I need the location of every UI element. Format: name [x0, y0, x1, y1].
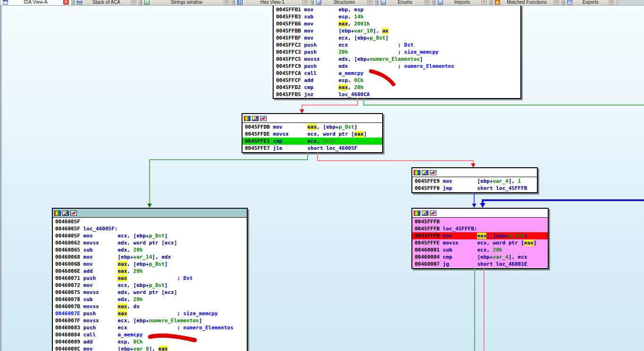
node-group-icon[interactable] — [430, 211, 436, 216]
node-color-palette-icon[interactable] — [54, 211, 61, 216]
tab-enums[interactable]: Enums× — [378, 0, 433, 5]
node-0046005F[interactable]: 0046005F0046005F loc_46005F:0046005F mov… — [52, 208, 248, 351]
tab-strings-window[interactable]: Strings window× — [142, 0, 232, 5]
tab-separator — [312, 0, 312, 5]
close-icon[interactable]: × — [302, 0, 308, 5]
tab-label: Strings window — [151, 0, 222, 5]
node-color-palette-icon[interactable] — [414, 211, 420, 216]
node-edit-icon[interactable] — [252, 116, 259, 121]
asm-line[interactable]: 00460089 add esp, 0Ch — [55, 338, 247, 345]
exports-icon — [567, 0, 572, 5]
asm-line[interactable]: 00460062 movsx edx, word ptr [ecx] — [55, 239, 247, 246]
ida-pro-window: IDA View-A×Stack of ACA×Strings window×H… — [0, 0, 644, 351]
node-0045FFB1[interactable]: 0045FFB1 mov ebp, esp0045FFB3 sub esp, 1… — [273, 5, 521, 99]
node-group-icon[interactable] — [430, 170, 436, 175]
asm-line[interactable]: 0045FFC2 push ecx ; Dst — [276, 41, 520, 49]
node-edit-icon[interactable] — [62, 211, 69, 216]
asm-line[interactable]: 00460004 cmp [ebp+var_4], ecx — [415, 253, 548, 261]
close-icon[interactable]: × — [63, 0, 69, 5]
asm-line[interactable]: 00460007 jg short loc_46001E — [415, 261, 548, 268]
tab-structures[interactable]: Structures× — [313, 0, 376, 5]
tab-label: Enums — [388, 0, 422, 5]
close-icon[interactable]: × — [609, 0, 614, 5]
view-tab-bar: IDA View-A×Stack of ACA×Strings window×H… — [0, 0, 644, 6]
asm-line[interactable]: 0045FFFB loc_45FFFB: — [415, 225, 548, 232]
matched-functions-icon — [495, 0, 500, 5]
asm-line[interactable]: 0046007E push eax ; size_memcpy — [55, 310, 247, 317]
asm-line[interactable]: 0045FFF0 jmp short loc_45FFFB — [415, 185, 537, 192]
asm-line[interactable]: 0046007B movsx eax, dx — [55, 303, 247, 310]
node-color-palette-icon[interactable] — [414, 170, 420, 175]
close-icon[interactable]: × — [481, 0, 487, 5]
node-disassembly: 0045FFE9 mov [ebp+var_4], 10045FFF0 jmp … — [412, 177, 537, 192]
asm-line[interactable]: 00460083 push ecx ; numero_Elementos — [55, 324, 247, 331]
asm-line[interactable]: 0046005F — [55, 218, 247, 225]
node-0045FFE9[interactable]: 0045FFE9 mov [ebp+var_4], 10045FFF0 jmp … — [411, 167, 538, 193]
node-group-icon[interactable] — [70, 211, 77, 216]
tab-exports[interactable]: Exports× — [564, 0, 617, 5]
asm-line[interactable]: 0045FFBB mov [ebp+var_10], ax — [276, 27, 520, 34]
close-icon[interactable]: × — [424, 0, 430, 5]
tab-separator — [233, 0, 234, 5]
node-color-palette-icon[interactable] — [244, 116, 251, 121]
asm-line[interactable]: 00460071 push eax ; Dst — [55, 275, 247, 282]
tab-ida-view-a[interactable]: IDA View-A× — [0, 0, 72, 5]
edge-jle-fallthrough — [318, 153, 473, 164]
asm-line[interactable]: 00460065 sub edx, 20h — [55, 246, 247, 253]
close-icon[interactable]: × — [367, 0, 373, 5]
tab-separator — [73, 0, 73, 5]
tab-separator — [376, 0, 377, 5]
asm-line[interactable]: 0045FFC9 push edx ; numero_Elementos — [276, 63, 520, 70]
node-edit-icon[interactable] — [422, 211, 428, 216]
tab-label: Matched Functions — [502, 0, 552, 5]
asm-line[interactable]: 0045FFE7 jle short loc_46005F — [245, 145, 382, 152]
node-0045FFDB[interactable]: 0045FFDB mov eax, [ebp+p_Dst]0045FFDE mo… — [242, 113, 383, 153]
close-icon[interactable]: × — [224, 0, 229, 5]
asm-line[interactable]: 0045FFB3 sub esp, 14h — [276, 13, 520, 20]
asm-line[interactable]: 0045FFDE movsx ecx, word ptr [eax] — [245, 131, 382, 138]
node-group-icon[interactable] — [260, 116, 267, 121]
asm-line[interactable]: 0045FFFE movsx ecx, word ptr [eax] — [415, 239, 548, 246]
edge-loop-back-in-arrowhead — [480, 203, 485, 208]
asm-line[interactable]: 0045FFFB — [415, 218, 548, 225]
tab-stack-of-aca[interactable]: Stack of ACA× — [74, 0, 139, 5]
tab-imports[interactable]: Imports× — [435, 0, 490, 5]
asm-line[interactable]: 0045FFC3 push 20h ; size_memcpy — [276, 49, 520, 56]
asm-line[interactable]: 0045FFE9 mov [ebp+var_4], 1 — [415, 178, 537, 185]
node-disassembly: 0045FFB1 mov ebp, esp0045FFB3 sub esp, 1… — [274, 6, 520, 98]
asm-line[interactable]: 0046006B mov eax, [ebp+p_Dst] — [55, 261, 247, 268]
node-disassembly: 0045FFFB0045FFFB loc_45FFFB:0045FFFB mov… — [412, 218, 548, 268]
node-0045FFFB[interactable]: 0045FFFB0045FFFB loc_45FFFB:0045FFFB mov… — [411, 208, 549, 269]
asm-line[interactable]: 0045FFD5 jnz loc_4600CA — [276, 91, 520, 98]
asm-line[interactable]: 0045FFC5 movsx edx, [ebp+numero_Elemento… — [276, 56, 520, 63]
stack-icon — [77, 0, 82, 5]
asm-line[interactable]: 0045FFDB mov eax, [ebp+p_Dst] — [245, 123, 382, 131]
asm-line[interactable]: 00460084 call a_memcpy — [55, 331, 247, 338]
asm-line[interactable]: 00460068 mov [ebp+var_14], edx — [55, 253, 247, 261]
asm-line[interactable]: 0045FFFB mov eax, [ebp+p_Dst] — [412, 232, 548, 239]
asm-line[interactable]: 0045FFBF mov ecx, [ebp+p_Dst] — [276, 34, 520, 41]
tab-label: Exports — [574, 0, 607, 5]
asm-line[interactable]: 0046007F movsx ecx, [ebp+numero_Elemento… — [55, 317, 247, 324]
asm-line[interactable]: 0045FFE1 cmp ecx, 800h — [243, 138, 382, 145]
node-edit-icon[interactable] — [422, 170, 428, 175]
node-title-bar — [412, 168, 537, 177]
close-icon[interactable]: × — [553, 0, 559, 5]
node-disassembly: 0046005F0046005F loc_46005F:0046005F mov… — [53, 218, 247, 351]
asm-line[interactable]: 0046005F loc_46005F: — [55, 225, 247, 232]
asm-line[interactable]: 0046008C mov [ebp+var_8], eax — [55, 345, 247, 351]
asm-line[interactable]: 0045FFCF add esp, 0Ch — [276, 77, 520, 84]
asm-line[interactable]: 00460001 sub ecx, 20h — [415, 246, 548, 253]
asm-line[interactable]: 0046006E add eax, 20h — [55, 268, 247, 275]
asm-line[interactable]: 00460078 sub edx, 20h — [55, 296, 247, 303]
asm-line[interactable]: 0045FFD2 cmp eax, 20h — [276, 84, 520, 91]
asm-line[interactable]: 00460072 mov ecx, [ebp+p_Dst] — [55, 282, 247, 289]
tab-hex-view-1[interactable]: Hex View-1× — [234, 0, 311, 5]
asm-line[interactable]: 0046005F mov ecx, [ebp+p_Dst] — [55, 232, 247, 239]
close-icon[interactable]: × — [131, 0, 136, 5]
asm-line[interactable]: 0045FFB1 mov ebp, esp — [276, 6, 520, 13]
asm-line[interactable]: 0045FFB6 mov eax, 2001h — [276, 20, 520, 27]
asm-line[interactable]: 0045FFCA call a_memcpy — [276, 70, 520, 77]
asm-line[interactable]: 00460075 movsx edx, word ptr [ecx] — [55, 289, 247, 296]
tab-matched-functions[interactable]: Matched Functions× — [492, 0, 562, 5]
